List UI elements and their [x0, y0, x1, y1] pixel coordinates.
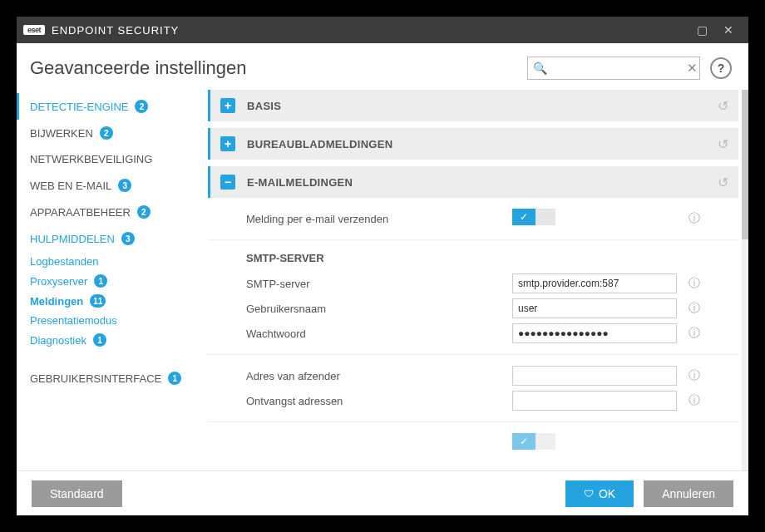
sidebar-group-gebruikersinterface[interactable]: GEBRUIKERSINTERFACE 1	[17, 365, 208, 392]
label-send-email: Melding per e-mail verzenden	[246, 213, 512, 225]
section-emailmeldingen: − E-MAILMELDINGEN ↺ Melding per e-mail v…	[208, 166, 738, 464]
sidebar-group-label: DETECTIE-ENGINE	[30, 101, 128, 113]
help-button[interactable]: ?	[710, 57, 732, 79]
sidebar-group-apparaatbeheer[interactable]: APPARAATBEHEER 2	[17, 199, 208, 225]
sidebar-group-label: HULPMIDDELEN	[30, 233, 115, 245]
header: Geavanceerde instellingen 🔍 ✕ ?	[17, 43, 748, 90]
revert-icon[interactable]: ↺	[718, 175, 728, 190]
check-icon: ✓	[512, 433, 536, 450]
sidebar-group-label: APPARAATBEHEER	[30, 206, 131, 219]
section-header-basis[interactable]: + BASIS ↺	[208, 90, 738, 121]
badge: 3	[121, 232, 135, 245]
cancel-button[interactable]: Annuleren	[644, 480, 733, 507]
ok-button[interactable]: 🛡 OK	[565, 480, 634, 507]
input-password[interactable]	[512, 323, 677, 343]
sidebar-item-label: Diagnostiek	[30, 334, 86, 347]
info-icon[interactable]: ⓘ	[679, 276, 700, 291]
section-title: BUREAUBLADMELDINGEN	[247, 138, 718, 150]
badge: 1	[93, 333, 106, 347]
badge: 2	[137, 205, 151, 219]
collapse-icon: −	[220, 175, 235, 190]
info-icon[interactable]: ⓘ	[679, 393, 700, 408]
scrollbar-track[interactable]	[742, 90, 748, 470]
sidebar-item-label: Meldingen	[30, 295, 83, 308]
badge: 1	[168, 372, 181, 385]
sidebar-group-label: WEB EN E-MAIL	[30, 180, 111, 192]
window-close-icon[interactable]: ✕	[715, 17, 742, 43]
expand-icon: +	[220, 98, 235, 113]
clear-search-icon[interactable]: ✕	[687, 61, 698, 76]
toggle-truncated[interactable]: ✓	[512, 433, 555, 450]
toggle-send-email[interactable]: ✓	[512, 209, 555, 225]
sidebar-item-logbestanden[interactable]: Logbestanden	[17, 252, 208, 271]
content-area: + BASIS ↺ + BUREAUBLADMELDINGEN ↺ −	[208, 90, 748, 470]
input-sender-address[interactable]	[512, 366, 677, 386]
sidebar-group-detectie-engine[interactable]: DETECTIE-ENGINE 2	[17, 93, 208, 120]
label-password: Wachtwoord	[246, 328, 512, 340]
section-bureaubladmeldingen: + BUREAUBLADMELDINGEN ↺	[208, 128, 738, 160]
sidebar-item-label: Proxyserver	[30, 275, 87, 288]
check-icon: ✓	[512, 209, 536, 225]
app-window: eset ENDPOINT SECURITY ▢ ✕ Geavanceerde …	[17, 17, 748, 515]
page-title: Geavanceerde instellingen	[30, 57, 527, 79]
search-box[interactable]: 🔍 ✕	[527, 57, 700, 80]
badge: 2	[135, 100, 148, 113]
subhead-smtp-server: SMTP-SERVER	[246, 252, 727, 264]
brand-badge: eset	[23, 25, 45, 35]
badge: 2	[100, 126, 113, 140]
section-basis: + BASIS ↺	[208, 90, 738, 121]
section-title: BASIS	[247, 100, 718, 112]
expand-icon: +	[220, 136, 235, 151]
search-icon: 🔍	[533, 62, 547, 75]
info-icon[interactable]: ⓘ	[679, 301, 700, 316]
input-username[interactable]	[512, 298, 677, 318]
sidebar-item-meldingen[interactable]: Meldingen 11	[17, 291, 208, 311]
sidebar-item-label: Logbestanden	[30, 255, 98, 268]
sidebar-item-proxyserver[interactable]: Proxyserver 1	[17, 271, 208, 291]
label-username: Gebruikersnaam	[246, 303, 512, 315]
input-recipient-addresses[interactable]	[512, 391, 677, 411]
sidebar-item-presentatiemodus[interactable]: Presentatiemodus	[17, 311, 208, 330]
sidebar-item-diagnostiek[interactable]: Diagnostiek 1	[17, 330, 208, 350]
sidebar-group-bijwerken[interactable]: BIJWERKEN 2	[17, 120, 208, 146]
sidebar-item-label: Presentatiemodus	[30, 314, 117, 327]
label-sender-address: Adres van afzender	[246, 370, 512, 382]
footer: Standaard 🛡 OK Annuleren	[17, 470, 748, 515]
sidebar-group-label: NETWERKBEVEILIGING	[30, 153, 152, 165]
search-input[interactable]	[547, 62, 687, 75]
section-header-emailmeldingen[interactable]: − E-MAILMELDINGEN ↺	[208, 166, 738, 198]
label-smtp-server: SMTP-server	[246, 278, 512, 290]
badge: 11	[90, 294, 106, 308]
sidebar-group-hulpmiddelen[interactable]: HULPMIDDELEN 3	[17, 225, 208, 252]
badge: 3	[118, 179, 131, 192]
info-icon[interactable]: ⓘ	[679, 368, 700, 383]
sidebar-group-netwerkbeveiliging[interactable]: NETWERKBEVEILIGING	[17, 146, 208, 172]
scrollbar-thumb[interactable]	[742, 90, 748, 239]
section-title: E-MAILMELDINGEN	[247, 176, 718, 189]
titlebar: eset ENDPOINT SECURITY ▢ ✕	[17, 17, 748, 43]
label-truncated	[246, 437, 512, 450]
window-maximize-icon[interactable]: ▢	[688, 17, 715, 43]
input-smtp-server[interactable]	[512, 273, 677, 293]
section-header-bureaubladmeldingen[interactable]: + BUREAUBLADMELDINGEN ↺	[208, 128, 738, 160]
info-icon[interactable]: ⓘ	[679, 211, 700, 226]
shield-icon: 🛡	[584, 488, 594, 500]
ok-button-label: OK	[599, 487, 615, 500]
sidebar: DETECTIE-ENGINE 2 BIJWERKEN 2 NETWERKBEV…	[17, 90, 208, 470]
label-recipient-addresses: Ontvangst adressen	[246, 395, 512, 407]
brand-name: ENDPOINT SECURITY	[52, 24, 179, 37]
revert-icon[interactable]: ↺	[718, 136, 728, 152]
sidebar-group-label: BIJWERKEN	[30, 127, 93, 140]
default-button[interactable]: Standaard	[32, 480, 122, 507]
info-icon[interactable]: ⓘ	[679, 326, 700, 341]
sidebar-group-web-en-email[interactable]: WEB EN E-MAIL 3	[17, 172, 208, 199]
sidebar-group-label: GEBRUIKERSINTERFACE	[30, 372, 161, 385]
revert-icon[interactable]: ↺	[718, 98, 728, 114]
badge: 1	[94, 274, 107, 288]
